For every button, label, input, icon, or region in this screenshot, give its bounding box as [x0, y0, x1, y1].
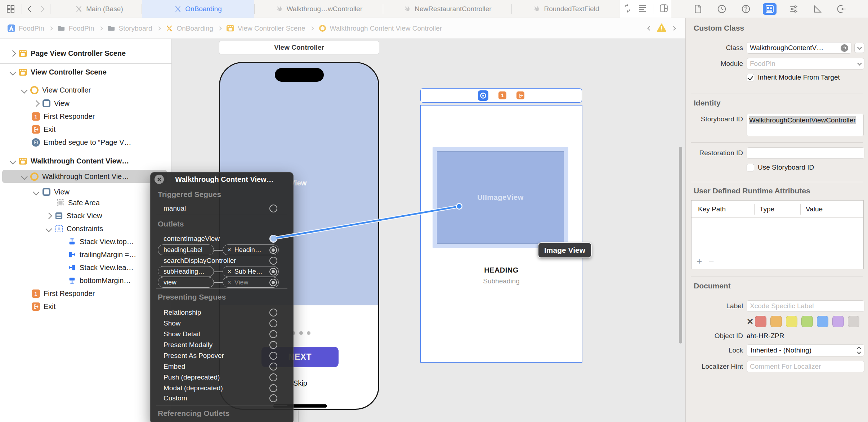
adjust-editor-icon[interactable]	[623, 4, 632, 14]
disclosure-icon[interactable]	[21, 173, 27, 180]
use-storyboard-checkbox[interactable]	[747, 164, 754, 171]
outline-row-constraint-top[interactable]: Stack View.top…	[0, 235, 171, 248]
outline-row-view-controller[interactable]: View Controller	[0, 84, 171, 96]
localizer-hint-input[interactable]	[750, 363, 861, 371]
size-inspector-icon[interactable]	[811, 3, 824, 15]
breadcrumb-item[interactable]: FoodPin	[69, 24, 94, 32]
view-controller-selected-icon[interactable]	[478, 90, 488, 101]
remove-attribute-button[interactable]: −	[708, 256, 714, 267]
segue-row-embed[interactable]: Embed	[151, 361, 293, 372]
restoration-id-input[interactable]	[750, 149, 861, 157]
segue-row-show[interactable]: Show	[151, 318, 293, 329]
outline-row-exit[interactable]: Exit	[0, 123, 171, 136]
class-dropdown-button[interactable]	[854, 43, 864, 53]
connection-well[interactable]	[269, 257, 277, 265]
canvas-scrollbar[interactable]	[679, 147, 682, 344]
window-layout-icon[interactable]	[6, 5, 15, 13]
outlet-row-view[interactable]: view ✕ View	[151, 277, 293, 288]
connection-well[interactable]	[269, 363, 277, 371]
connection-well[interactable]	[269, 352, 277, 360]
class-field[interactable]: WalkthroughContentV…	[747, 42, 851, 54]
breadcrumb-item[interactable]: Walkthrough Content View Controller	[330, 24, 442, 32]
next-issue-button[interactable]	[671, 26, 676, 31]
connected-target-pill[interactable]: ✕ View	[223, 277, 279, 288]
connection-well-filled[interactable]	[269, 279, 277, 286]
outlet-row-searchdisplaycontroller[interactable]: searchDisplayController	[151, 255, 293, 266]
connection-well[interactable]	[269, 373, 277, 381]
tab-main-base[interactable]: Main (Base)	[57, 0, 142, 18]
runtime-attributes-table[interactable]: Key Path Type Value + −	[691, 200, 864, 269]
segue-row-show-detail[interactable]: Show Detail	[151, 329, 293, 340]
segue-row-custom[interactable]: Custom	[151, 393, 293, 404]
outlet-row-contentimageview[interactable]: contentImageView	[151, 233, 293, 244]
disclosure-icon[interactable]	[9, 158, 16, 164]
disclosure-icon[interactable]	[33, 189, 39, 195]
color-swatch-orange[interactable]	[770, 316, 782, 327]
clear-color-button[interactable]: ✕	[747, 317, 753, 327]
outlet-row-subheading[interactable]: subHeading… ✕ Sub He…	[151, 266, 293, 277]
breadcrumb-item[interactable]: Storyboard	[119, 24, 152, 32]
warning-icon[interactable]	[657, 23, 666, 33]
color-swatch-green[interactable]	[801, 316, 813, 327]
connections-popup[interactable]: Walkthrough Content View… Triggered Segu…	[150, 172, 294, 422]
color-swatch-yellow[interactable]	[786, 316, 797, 327]
tab-walkthrough-controller[interactable]: Walkthroug…wController	[255, 0, 383, 18]
quick-help-inspector-icon[interactable]	[739, 3, 753, 15]
disclosure-icon[interactable]	[9, 50, 16, 57]
back-button[interactable]	[28, 6, 34, 12]
outline-row-constraint-trailing[interactable]: trailingMargin =…	[0, 248, 171, 261]
page-control[interactable]	[292, 331, 310, 335]
disconnect-icon[interactable]: ✕	[227, 247, 232, 253]
breadcrumb-item[interactable]: OnBoarding	[177, 24, 213, 32]
segue-row-manual[interactable]: manual	[151, 203, 293, 214]
file-inspector-icon[interactable]	[691, 3, 705, 15]
walkthrough-vc-canvas[interactable]: UIImageView HEADING Subheading	[420, 105, 582, 363]
outline-row-walkthrough-scene[interactable]: Walkthrough Content View…	[0, 154, 171, 167]
close-icon[interactable]	[155, 175, 164, 184]
document-label-field[interactable]	[747, 300, 864, 312]
outline-row-safe-area[interactable]: Safe Area	[0, 196, 171, 209]
color-swatch-gray[interactable]	[848, 316, 859, 327]
breadcrumb-item[interactable]: View Controller Scene	[238, 24, 305, 32]
connected-target-pill[interactable]: ✕ Headin…	[223, 244, 279, 255]
add-attribute-button[interactable]: +	[697, 256, 702, 267]
jump-to-class-icon[interactable]	[841, 44, 848, 52]
outlet-pill[interactable]: headingLabel	[158, 244, 214, 255]
outline-row-first-responder2[interactable]: 1 First Responder	[0, 287, 171, 300]
editor-list-icon[interactable]	[638, 4, 647, 14]
outline-row-constraint-leading[interactable]: Stack View.lea…	[0, 261, 171, 274]
heading-label[interactable]: HEADING	[421, 266, 582, 274]
connections-inspector-icon[interactable]	[835, 3, 849, 15]
segue-row-present-as-popover[interactable]: Present As Popover	[151, 350, 293, 361]
outline-row-exit2[interactable]: Exit	[0, 300, 171, 313]
content-image-view[interactable]: UIImageView	[437, 151, 564, 244]
outlet-row-headinglabel[interactable]: headingLabel ✕ Headin…	[151, 244, 293, 255]
attributes-inspector-icon[interactable]	[787, 3, 801, 15]
connection-well[interactable]	[269, 205, 277, 212]
outline-row-walkthrough-vc-selected[interactable]: Walkthrough Content Vie…	[2, 170, 167, 183]
outline-row-stack-view[interactable]: Stack View	[0, 209, 171, 222]
disclosure-icon[interactable]	[45, 212, 52, 219]
vc2-scene-dock[interactable]: 1	[420, 88, 582, 103]
storyboard-id-field[interactable]: WalkthroughContentViewController	[747, 114, 864, 136]
exit-icon[interactable]	[516, 91, 524, 99]
disclosure-icon[interactable]	[33, 100, 39, 107]
document-label-input[interactable]	[750, 302, 861, 310]
segue-row-present-modally[interactable]: Present Modally	[151, 340, 293, 350]
outlet-pill[interactable]: subHeading…	[158, 266, 214, 277]
connection-well[interactable]	[269, 309, 277, 316]
tab-newrestaurant-controller[interactable]: NewRestaurantController	[383, 0, 511, 18]
segue-row-modal-deprecated[interactable]: Modal (deprecated)	[151, 383, 293, 394]
color-swatch-purple[interactable]	[832, 316, 844, 327]
connection-well[interactable]	[269, 341, 277, 349]
outline-row-embed-segue[interactable]: Embed segue to “Page V…	[0, 136, 171, 149]
outline-row-page-vc-scene[interactable]: Page View Controller Scene	[0, 47, 171, 60]
subheading-label[interactable]: Subheading	[421, 277, 582, 285]
segue-row-relationship[interactable]: Relationship	[151, 307, 293, 318]
disclosure-icon[interactable]	[45, 225, 52, 232]
forward-button[interactable]	[39, 6, 45, 12]
add-editor-icon[interactable]	[659, 4, 668, 14]
restoration-id-field[interactable]	[747, 147, 864, 159]
disclosure-icon[interactable]	[9, 69, 16, 75]
connection-well[interactable]	[269, 394, 277, 402]
